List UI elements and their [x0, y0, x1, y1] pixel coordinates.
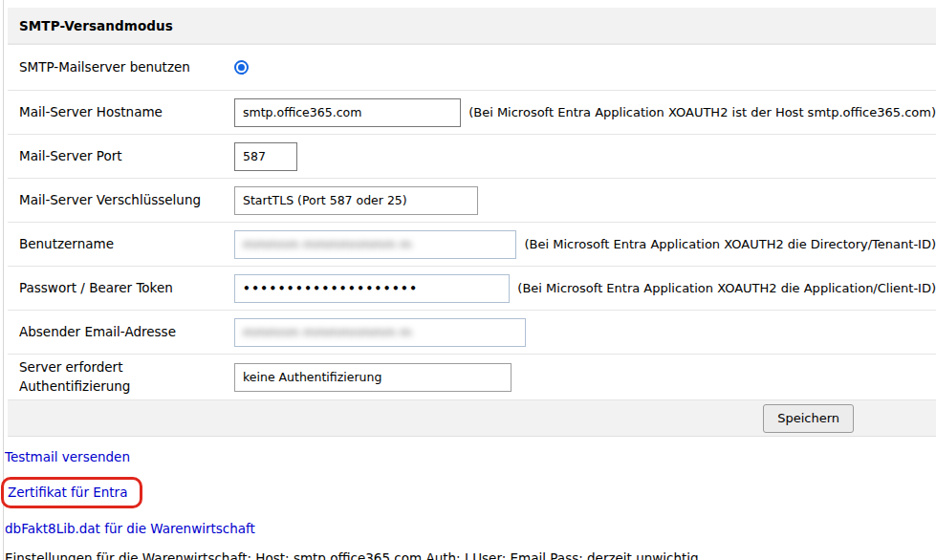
panel-footer: Speichern [8, 399, 936, 437]
hostname-input[interactable] [234, 98, 461, 127]
row-encryption: Mail-Server Verschlüsselung [8, 178, 936, 222]
zertifikat-entra-link[interactable]: Zertifikat für Entra [8, 485, 127, 500]
red-annotation-circle: Zertifikat für Entra [1, 477, 142, 508]
sender-email-input[interactable]: mmmnm mmmmnmmm m [234, 318, 526, 347]
label-encryption: Mail-Server Verschlüsselung [19, 191, 234, 210]
auth-required-input[interactable] [234, 363, 512, 392]
sender-email-redacted-value: mmmnm mmmmnmmm m [243, 325, 412, 339]
panel-header: SMTP-Versandmodus [8, 8, 936, 44]
username-redacted-value: mmmnm mmmmnmmm m [243, 237, 412, 251]
panel-title: SMTP-Versandmodus [19, 18, 173, 33]
password-note: (Bei Microsoft Entra Application XOAUTH2… [517, 281, 936, 295]
label-password: Passwort / Bearer Token [19, 279, 234, 298]
label-hostname: Mail-Server Hostname [19, 103, 234, 122]
row-smtp-mailserver: SMTP-Mailserver benutzen [8, 44, 936, 90]
username-input[interactable]: mmmnm mmmmnmmm m [234, 230, 516, 259]
testmail-link[interactable]: Testmail versenden [5, 449, 699, 464]
row-hostname: Mail-Server Hostname (Bei Microsoft Entr… [8, 90, 936, 134]
port-input[interactable] [234, 142, 297, 171]
username-note: (Bei Microsoft Entra Application XOAUTH2… [524, 237, 936, 251]
label-auth-required: Server erfordert Authentifizierung [19, 358, 234, 396]
row-password: Passwort / Bearer Token ••••••••••••••••… [8, 266, 936, 310]
links-section: Testmail versenden Zertifikat für Entra … [5, 449, 699, 560]
page-left-border [3, 0, 4, 560]
smtp-mailserver-radio[interactable] [234, 60, 249, 75]
row-auth-required: Server erfordert Authentifizierung [8, 354, 936, 399]
warenwirtschaft-settings-note: Einstellungen für die Warenwirtschaft: H… [5, 550, 699, 560]
row-username: Benutzername mmmnm mmmmnmmm m (Bei Micro… [8, 222, 936, 266]
save-button[interactable]: Speichern [763, 404, 854, 433]
row-port: Mail-Server Port [8, 134, 936, 178]
row-sender-email: Absender Email-Adresse mmmnm mmmmnmmm m [8, 310, 936, 354]
dbfakt-link[interactable]: dbFakt8Lib.dat für die Warenwirtschaft [5, 521, 699, 536]
hostname-note: (Bei Microsoft Entra Application XOAUTH2… [468, 105, 936, 119]
smtp-settings-panel: SMTP-Versandmodus SMTP-Mailserver benutz… [8, 8, 936, 437]
encryption-input[interactable] [234, 186, 478, 215]
label-username: Benutzername [19, 235, 234, 254]
label-smtp-mailserver: SMTP-Mailserver benutzen [19, 58, 234, 77]
password-input[interactable]: •••••••••••••••••••• [234, 274, 510, 303]
label-sender-email: Absender Email-Adresse [19, 323, 234, 342]
label-port: Mail-Server Port [19, 147, 234, 166]
password-masked-value: •••••••••••••••••••• [243, 282, 418, 295]
